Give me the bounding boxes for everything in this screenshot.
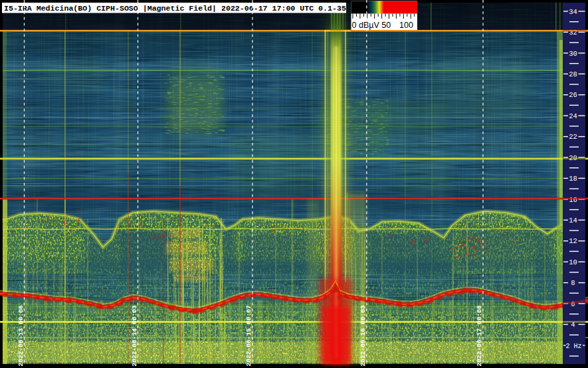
svg-text:22: 22	[569, 133, 577, 141]
svg-text:28: 28	[569, 70, 577, 78]
svg-text:24: 24	[569, 112, 577, 120]
svg-text:I5-IRA Medicina(BO) CIPH-SOSO: I5-IRA Medicina(BO) CIPH-SOSO |Magnetic …	[4, 4, 346, 13]
svg-text:2022-06-14 00:03: 2022-06-14 00:03	[131, 305, 138, 366]
svg-text:20: 20	[569, 154, 577, 162]
svg-text:32: 32	[569, 29, 577, 37]
svg-text:12: 12	[569, 237, 577, 245]
svg-text:100: 100	[399, 21, 413, 30]
svg-text:8: 8	[571, 279, 575, 287]
svg-text:14: 14	[569, 217, 577, 225]
svg-text:2022-06-15 00:07: 2022-06-15 00:07	[245, 305, 252, 366]
svg-text:16: 16	[569, 196, 577, 204]
svg-text:26: 26	[569, 91, 577, 99]
svg-text:2022-06-16 00:03: 2022-06-16 00:03	[359, 305, 367, 366]
svg-text:2022-06-13 00:06: 2022-06-13 00:06	[17, 305, 25, 366]
svg-text:0 dBµV 50: 0 dBµV 50	[352, 21, 391, 30]
svg-text:2 Hz: 2 Hz	[565, 343, 581, 350]
svg-text:34: 34	[569, 8, 577, 16]
svg-text:18: 18	[569, 175, 577, 183]
svg-text:2022-06-17 00:08: 2022-06-17 00:08	[476, 305, 483, 366]
svg-text:10: 10	[569, 258, 577, 266]
svg-text:30: 30	[569, 50, 577, 58]
